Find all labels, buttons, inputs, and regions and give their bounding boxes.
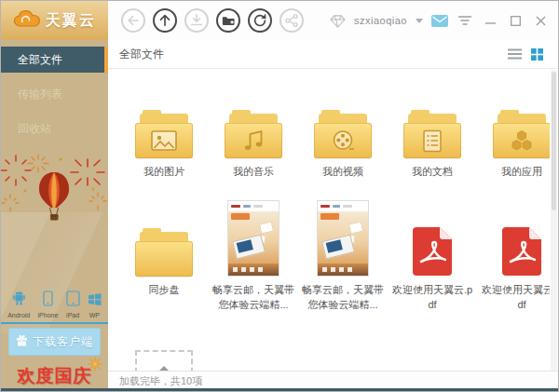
file-grid-container: 我的图片我的音乐我的视频我的文档我的应用同步盘畅享云邮，天翼带您体验云端精...…: [108, 69, 550, 372]
pdf-file-tile[interactable]: 欢迎使用天翼云.pdf: [388, 202, 477, 313]
device-wp[interactable]: WP: [88, 292, 102, 318]
minimize-button[interactable]: [482, 12, 498, 29]
folder-icon: [135, 230, 193, 277]
item-label: 畅享云邮，天翼带您体验云端精...: [211, 283, 296, 313]
app-logo: 天翼云: [1, 1, 108, 40]
gift-icon: [16, 334, 28, 349]
device-ipad[interactable]: iPad: [66, 291, 80, 318]
folder-icon: [403, 112, 461, 158]
item-label: 欢迎使用天翼云.pdf: [389, 283, 475, 313]
ipad-icon: [66, 291, 80, 310]
folder-tile[interactable]: 我的应用: [477, 84, 550, 180]
list-view-icon[interactable]: [508, 48, 522, 60]
sidebar: 全部文件传输列表回收站: [1, 40, 108, 391]
item-label: 我的文档: [389, 165, 475, 180]
device-label: Android: [7, 312, 30, 318]
wp-icon: [88, 292, 102, 310]
pdf-icon: [500, 226, 543, 277]
header: 天翼云 szxiaoqiao: [1, 1, 558, 41]
item-label: 同步盘: [121, 283, 207, 298]
item-label: 畅享云邮，天翼带您体验云端精...: [300, 283, 386, 313]
iphone-icon: [42, 291, 54, 310]
folder-icon: [314, 112, 372, 158]
folder-tile[interactable]: 我的文档: [388, 84, 477, 180]
header-right: szxiaoqiao: [329, 12, 558, 29]
window-bottom-edge: [1, 388, 558, 391]
device-label: iPhone: [38, 312, 59, 318]
item-label: 我的视频: [300, 165, 386, 180]
image-thumbnail: [227, 200, 280, 277]
user-dropdown-caret-icon[interactable]: [416, 19, 423, 23]
toolbar-share-button[interactable]: [280, 8, 304, 33]
file-grid: 我的图片我的音乐我的视频我的文档我的应用同步盘畅享云邮，天翼带您体验云端精...…: [119, 84, 550, 372]
hot-air-balloon-illustration: [1, 154, 108, 243]
sidebar-item-transfer-list[interactable]: 传输列表: [1, 81, 108, 107]
image-file-tile[interactable]: 畅享云邮，天翼带您体验云端精...: [298, 202, 388, 313]
cloud-logo-icon: [13, 9, 41, 32]
app-window: 天翼云 szxiaoqiao: [0, 0, 559, 392]
toolbar: [108, 8, 304, 33]
folder-tile[interactable]: 同步盘: [119, 202, 209, 313]
device-list: AndroidiPhoneiPadWP: [1, 291, 108, 318]
download-client-button[interactable]: 下载客户端: [8, 328, 101, 356]
toolbar-back-button[interactable]: [121, 8, 145, 33]
firework-star-icon: [88, 356, 102, 376]
pdf-icon: [411, 226, 454, 277]
item-label: 我的应用: [479, 165, 550, 180]
item-label: 欢迎使用天翼云.pdf: [479, 283, 550, 313]
upload-tile[interactable]: 上传文件: [119, 335, 209, 372]
app-title: 天翼云: [46, 11, 96, 31]
grid-view-icon[interactable]: [531, 48, 543, 61]
android-icon: [12, 291, 26, 310]
banner-text: 欢度国庆: [18, 366, 92, 385]
item-label: 我的图片: [121, 165, 207, 180]
folder-icon: [135, 112, 193, 158]
toolbar-refresh-button[interactable]: [248, 8, 272, 33]
image-thumbnail: [317, 200, 369, 277]
breadcrumb: 全部文件: [119, 47, 164, 62]
download-client-label: 下载客户端: [33, 334, 93, 350]
scrollbar-thumb[interactable]: [552, 72, 556, 210]
folder-tile[interactable]: 我的音乐: [209, 84, 298, 180]
vip-diamond-icon[interactable]: [329, 12, 346, 29]
pdf-file-tile[interactable]: 欢迎使用天翼云.pdf: [477, 202, 550, 313]
sidebar-nav: 全部文件传输列表回收站: [1, 40, 108, 142]
folder-tile[interactable]: 我的视频: [298, 84, 388, 180]
toolbar-new-folder-button[interactable]: [216, 8, 240, 33]
toolbar-up-button[interactable]: [153, 8, 177, 33]
device-label: iPad: [66, 312, 79, 318]
item-label: 我的音乐: [211, 165, 296, 180]
upload-icon: [135, 350, 193, 372]
close-button[interactable]: [532, 12, 549, 29]
breadcrumb-bar: 全部文件: [108, 40, 558, 69]
main-panel: 全部文件 我的图片我的音乐我的视频我的文档我的应用同步盘畅享云邮，天翼带您体验云…: [108, 40, 558, 391]
device-divider: [1, 322, 108, 324]
folder-icon: [493, 112, 550, 158]
main-menu-icon[interactable]: [457, 12, 473, 29]
folder-icon: [225, 112, 282, 158]
view-toggles: [508, 48, 547, 61]
username[interactable]: szxiaoqiao: [354, 15, 407, 26]
mail-icon[interactable]: [431, 12, 448, 29]
national-day-banner[interactable]: 欢度国庆: [1, 364, 108, 388]
device-android[interactable]: Android: [7, 291, 30, 318]
device-label: WP: [89, 312, 100, 318]
folder-tile[interactable]: 我的图片: [119, 84, 209, 180]
vertical-scrollbar[interactable]: [551, 70, 557, 371]
toolbar-download-button[interactable]: [184, 8, 209, 33]
sidebar-item-recycle-bin[interactable]: 回收站: [1, 115, 108, 142]
maximize-button[interactable]: [507, 12, 524, 29]
status-text: 加载完毕，共10项: [119, 375, 202, 386]
sidebar-item-all-files[interactable]: 全部文件: [1, 47, 108, 73]
image-file-tile[interactable]: 畅享云邮，天翼带您体验云端精...: [209, 202, 298, 313]
device-iphone[interactable]: iPhone: [38, 291, 59, 318]
